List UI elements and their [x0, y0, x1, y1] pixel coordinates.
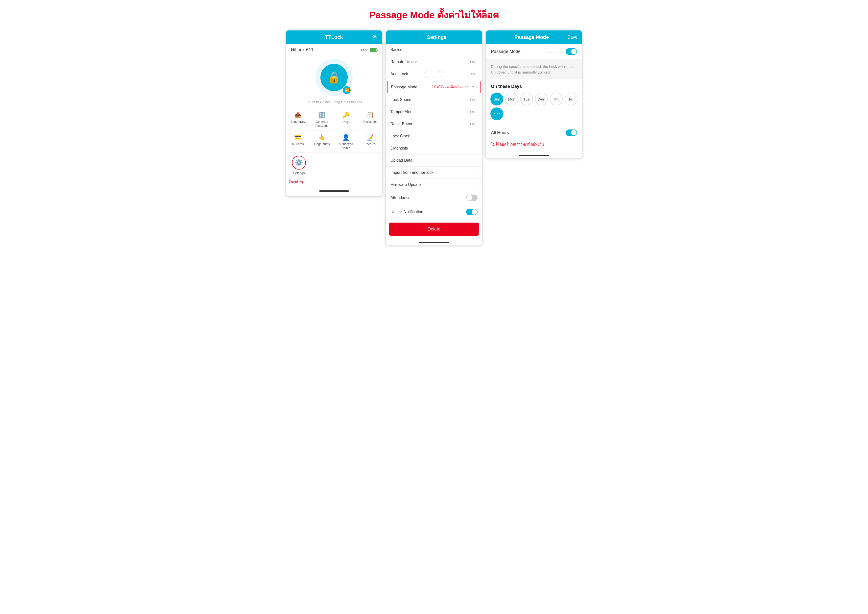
authorized-admin-icon: 👤 — [342, 134, 350, 141]
upload-data-right: › — [476, 158, 477, 163]
day-fri[interactable]: Fri — [565, 93, 578, 106]
day-wed[interactable]: Wed — [535, 93, 548, 106]
settings-row-remote-unlock[interactable]: Remote Unlock On › — [386, 56, 482, 68]
screen1-title: TTLock — [325, 34, 343, 40]
passage-mode-label: Passage Mode — [391, 85, 417, 89]
lock-icon-container[interactable]: 🔒 📶 — [286, 54, 382, 98]
screen3-header: ← Passage Mode Save — [486, 30, 582, 44]
remote-unlock-chevron: › — [476, 60, 477, 64]
auto-lock-status: 5s — [471, 72, 475, 76]
passage-mode-toggle-area: 🔒 HILOCKSMART LOCK — [566, 48, 577, 55]
tamper-alert-chevron: › — [476, 110, 477, 114]
attendance-label: Attendance — [391, 196, 411, 200]
auto-lock-chevron: › — [476, 72, 477, 76]
settings-row-tamper-alert[interactable]: Tamper Alert On › — [386, 106, 482, 118]
all-hours-toggle[interactable] — [566, 129, 577, 136]
menu-grid: 📤 Send eKey 🔢 GeneratePasscode 🔑 eKeys 📋… — [286, 108, 382, 153]
days-selector: Sun Mon Tue Wed Thu Fri Sat — [486, 93, 582, 125]
diagnosis-label: Diagnosis — [391, 146, 408, 151]
reset-button-chevron: › — [476, 122, 477, 126]
touch-hint: Touch to Unlock, Long Press to Lock — [286, 98, 382, 108]
menu-authorized-admin[interactable]: 👤 AuthorizedAdmin — [334, 131, 358, 153]
lock-sound-chevron: › — [476, 98, 477, 102]
day-sun[interactable]: Sun — [490, 93, 503, 106]
fingerprints-label: Fingerprints — [314, 142, 330, 146]
lock-circle-outer: 🔒 📶 — [315, 59, 353, 96]
authorized-admin-label: AuthorizedAdmin — [339, 142, 353, 150]
settings-circle: ⚙️ — [292, 156, 306, 169]
settings-row-unlock-notification[interactable]: Unlock Notification — [386, 205, 482, 219]
back-icon-s3[interactable]: ← — [490, 34, 496, 40]
remote-unlock-label: Remote Unlock — [391, 60, 417, 64]
auto-lock-label: Auto Lock — [391, 72, 408, 76]
battery-fill — [370, 49, 376, 51]
menu-ic-cards[interactable]: 💳 IC Cards — [286, 131, 310, 153]
menu-send-ekey[interactable]: 📤 Send eKey — [286, 108, 310, 131]
firmware-update-right: › — [476, 182, 477, 187]
day-sat[interactable]: Sat — [490, 107, 503, 120]
menu-ekeys[interactable]: 🔑 eKeys — [334, 108, 358, 131]
day-tue[interactable]: Tue — [520, 93, 533, 106]
ic-cards-label: IC Cards — [292, 142, 304, 146]
lock-sound-status: On — [470, 98, 475, 102]
passcodes-label: Passcodes — [363, 120, 377, 124]
send-ekey-label: Send eKey — [291, 120, 305, 124]
day-mon[interactable]: Mon — [505, 93, 518, 106]
settings-row-diagnosis[interactable]: Diagnosis › — [386, 142, 482, 154]
home-indicator-s3 — [519, 155, 549, 156]
delete-button[interactable]: Delete — [389, 222, 479, 236]
screen2-title: Settings — [427, 34, 446, 40]
menu-records[interactable]: 📝 Records — [358, 131, 382, 153]
settings-row-import-lock[interactable]: Import from another lock › — [386, 166, 482, 179]
menu-passcodes[interactable]: 📋 Passcodes — [358, 108, 382, 131]
lock-circle-inner: 🔒 — [321, 64, 348, 91]
passage-mode-toggle-row: Passage Mode 🔒 HILOCKSMART LOCK — [486, 44, 582, 59]
unlock-notification-right — [466, 209, 477, 215]
home-indicator-s2 — [419, 242, 449, 243]
settings-row-basics[interactable]: Basics › — [386, 44, 482, 56]
settings-gear-icon: ⚙️ — [295, 159, 303, 166]
settings-row-auto-lock[interactable]: Auto Lock 5s › 🔒 HILOCKSMART LOCK — [386, 68, 482, 80]
settings-row-passage-mode[interactable]: Passage Mode สั่งไม่ให้ล็อค เลือกวัน-เวล… — [388, 81, 480, 93]
records-label: Records — [364, 142, 376, 146]
ekeys-icon: 🔑 — [342, 112, 350, 118]
all-hours-row: All Hours — [486, 125, 582, 140]
on-these-days-heading: On these Days — [486, 79, 582, 93]
remote-unlock-status: On — [470, 60, 475, 64]
menu-generate-passcode[interactable]: 🔢 GeneratePasscode — [310, 108, 334, 131]
device-name: HiLock-611 — [291, 47, 313, 53]
passage-mode-toggle[interactable] — [566, 48, 577, 55]
basics-label: Basics — [391, 48, 402, 52]
back-icon-s2[interactable]: ← — [391, 34, 396, 40]
settings-row-attendance[interactable]: Attendance — [386, 191, 482, 205]
eye-icon-s1[interactable]: 👁 — [372, 34, 378, 40]
wifi-badge-icon: 📶 — [343, 86, 350, 94]
day-thu[interactable]: Thu — [550, 93, 563, 106]
unlock-notification-toggle[interactable] — [466, 209, 477, 215]
unlock-notification-label: Unlock Notification — [391, 210, 423, 214]
settings-menu-item[interactable]: ⚙️ Settings — [291, 153, 307, 177]
auto-lock-right: 5s › — [471, 72, 477, 76]
settings-row-upload-data[interactable]: Upload Data › — [386, 154, 482, 166]
battery-info: 85% — [361, 48, 377, 52]
menu-fingerprints[interactable]: 👆 Fingerprints — [310, 131, 334, 153]
settings-row-lock-clock[interactable]: Lock Clock › — [386, 130, 482, 142]
lock-sound-label: Lock Sound — [391, 98, 411, 102]
screen3-passage-mode: ← Passage Mode Save Passage Mode 🔒 HILOC… — [485, 30, 583, 159]
lock-sound-right: On › — [470, 98, 477, 102]
attendance-toggle[interactable] — [466, 194, 477, 201]
back-icon-s1[interactable]: ← — [290, 34, 296, 40]
description-box: During the specific time period, the Loc… — [486, 59, 582, 79]
lock-clock-label: Lock Clock — [391, 134, 410, 138]
save-button[interactable]: Save — [567, 35, 578, 40]
generate-passcode-label: GeneratePasscode — [315, 120, 329, 128]
all-hours-label: All Hours — [491, 130, 509, 135]
settings-row-reset-button[interactable]: Reset Button On › — [386, 118, 482, 130]
ic-cards-icon: 💳 — [294, 134, 302, 141]
tamper-alert-status: On — [470, 110, 475, 114]
settings-row-firmware-update[interactable]: Firmware Update › — [386, 179, 482, 191]
lock-symbol-icon: 🔒 — [327, 71, 341, 84]
send-ekey-icon: 📤 — [294, 112, 302, 118]
lock-clock-right: › — [476, 134, 477, 138]
settings-row-lock-sound[interactable]: Lock Sound On › — [386, 94, 482, 106]
